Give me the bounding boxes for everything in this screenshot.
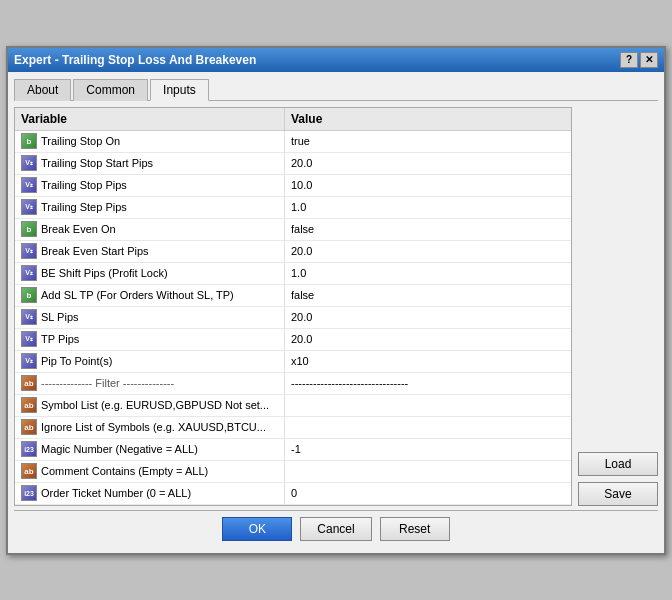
- window-title: Expert - Trailing Stop Loss And Breakeve…: [14, 53, 256, 67]
- num-icon: i23: [21, 485, 37, 501]
- str-icon: ab: [21, 375, 37, 391]
- variable-cell: V₂ Break Even Start Pips: [15, 241, 285, 262]
- table-row[interactable]: V₂ Trailing Stop Start Pips 20.0: [15, 153, 571, 175]
- table-row[interactable]: ab Symbol List (e.g. EURUSD,GBPUSD Not s…: [15, 395, 571, 417]
- value-cell: [285, 461, 571, 482]
- content-area: Variable Value b Trailing Stop On true: [14, 107, 572, 506]
- variable-cell: ab Comment Contains (Empty = ALL): [15, 461, 285, 482]
- table-row[interactable]: V₂ Trailing Step Pips 1.0: [15, 197, 571, 219]
- main-content: Variable Value b Trailing Stop On true: [14, 107, 658, 510]
- variable-cell: b Add SL TP (For Orders Without SL, TP): [15, 285, 285, 306]
- save-button[interactable]: Save: [578, 482, 658, 506]
- variable-cell: V₂ TP Pips: [15, 329, 285, 350]
- variable-cell: i23 Order Ticket Number (0 = ALL): [15, 483, 285, 504]
- num-icon: V₂: [21, 353, 37, 369]
- variable-cell: b Break Even On: [15, 219, 285, 240]
- value-cell: x10: [285, 351, 571, 372]
- table-row[interactable]: b Break Even On false: [15, 219, 571, 241]
- value-cell: 20.0: [285, 153, 571, 174]
- table-row[interactable]: b Add SL TP (For Orders Without SL, TP) …: [15, 285, 571, 307]
- table-row[interactable]: V₂ Trailing Stop Pips 10.0: [15, 175, 571, 197]
- title-bar: Expert - Trailing Stop Loss And Breakeve…: [8, 48, 664, 72]
- tab-about[interactable]: About: [14, 79, 71, 101]
- num-icon: i23: [21, 441, 37, 457]
- value-cell: 1.0: [285, 263, 571, 284]
- variable-cell: V₂ SL Pips: [15, 307, 285, 328]
- table-row[interactable]: V₂ Pip To Point(s) x10: [15, 351, 571, 373]
- value-cell: --------------------------------: [285, 373, 571, 394]
- num-icon: V₂: [21, 265, 37, 281]
- value-cell: 0: [285, 483, 571, 504]
- variable-cell: V₂ Pip To Point(s): [15, 351, 285, 372]
- load-button[interactable]: Load: [578, 452, 658, 476]
- value-cell: 20.0: [285, 241, 571, 262]
- table-row[interactable]: ab Comment Contains (Empty = ALL): [15, 461, 571, 483]
- value-cell: 20.0: [285, 329, 571, 350]
- tab-common[interactable]: Common: [73, 79, 148, 101]
- table-row[interactable]: V₂ BE Shift Pips (Profit Lock) 1.0: [15, 263, 571, 285]
- title-bar-buttons: ? ✕: [620, 52, 658, 68]
- side-panel: Load Save: [578, 107, 658, 510]
- table-body: b Trailing Stop On true V₂ Trailing Stop…: [15, 131, 571, 505]
- value-cell: 1.0: [285, 197, 571, 218]
- tab-inputs[interactable]: Inputs: [150, 79, 209, 101]
- main-window: Expert - Trailing Stop Loss And Breakeve…: [6, 46, 666, 555]
- table-row[interactable]: ab Ignore List of Symbols (e.g. XAUUSD,B…: [15, 417, 571, 439]
- variable-cell: i23 Magic Number (Negative = ALL): [15, 439, 285, 460]
- table-row[interactable]: V₂ SL Pips 20.0: [15, 307, 571, 329]
- table-wrapper: Variable Value b Trailing Stop On true: [14, 107, 572, 510]
- variable-cell: V₂ Trailing Step Pips: [15, 197, 285, 218]
- table-row[interactable]: V₂ TP Pips 20.0: [15, 329, 571, 351]
- table-row: ab -------------- Filter -------------- …: [15, 373, 571, 395]
- table-row[interactable]: i23 Order Ticket Number (0 = ALL) 0: [15, 483, 571, 505]
- variable-cell: b Trailing Stop On: [15, 131, 285, 152]
- value-cell: false: [285, 285, 571, 306]
- window-body: About Common Inputs Variable Value b: [8, 72, 664, 553]
- str-icon: ab: [21, 397, 37, 413]
- num-icon: V₂: [21, 309, 37, 325]
- table-row[interactable]: V₂ Break Even Start Pips 20.0: [15, 241, 571, 263]
- value-cell: true: [285, 131, 571, 152]
- footer-bar: OK Cancel Reset: [14, 510, 658, 547]
- value-cell: [285, 395, 571, 416]
- value-cell: 10.0: [285, 175, 571, 196]
- variable-cell: ab -------------- Filter --------------: [15, 373, 285, 394]
- variable-cell: V₂ Trailing Stop Pips: [15, 175, 285, 196]
- bool-icon: b: [21, 133, 37, 149]
- num-icon: V₂: [21, 155, 37, 171]
- variable-cell: ab Symbol List (e.g. EURUSD,GBPUSD Not s…: [15, 395, 285, 416]
- reset-button[interactable]: Reset: [380, 517, 450, 541]
- ok-button[interactable]: OK: [222, 517, 292, 541]
- str-icon: ab: [21, 463, 37, 479]
- value-cell: -1: [285, 439, 571, 460]
- variable-cell: V₂ Trailing Stop Start Pips: [15, 153, 285, 174]
- num-icon: V₂: [21, 331, 37, 347]
- value-cell: false: [285, 219, 571, 240]
- value-cell: [285, 417, 571, 438]
- table-row[interactable]: b Trailing Stop On true: [15, 131, 571, 153]
- num-icon: V₂: [21, 199, 37, 215]
- cancel-button[interactable]: Cancel: [300, 517, 371, 541]
- bool-icon: b: [21, 287, 37, 303]
- close-button[interactable]: ✕: [640, 52, 658, 68]
- header-variable: Variable: [15, 108, 285, 130]
- tab-bar: About Common Inputs: [14, 78, 658, 101]
- help-button[interactable]: ?: [620, 52, 638, 68]
- num-icon: V₂: [21, 243, 37, 259]
- value-cell: 20.0: [285, 307, 571, 328]
- header-value: Value: [285, 108, 571, 130]
- num-icon: V₂: [21, 177, 37, 193]
- variable-cell: V₂ BE Shift Pips (Profit Lock): [15, 263, 285, 284]
- str-icon: ab: [21, 419, 37, 435]
- table-row[interactable]: i23 Magic Number (Negative = ALL) -1: [15, 439, 571, 461]
- variable-cell: ab Ignore List of Symbols (e.g. XAUUSD,B…: [15, 417, 285, 438]
- bool-icon: b: [21, 221, 37, 237]
- table-header: Variable Value: [15, 108, 571, 131]
